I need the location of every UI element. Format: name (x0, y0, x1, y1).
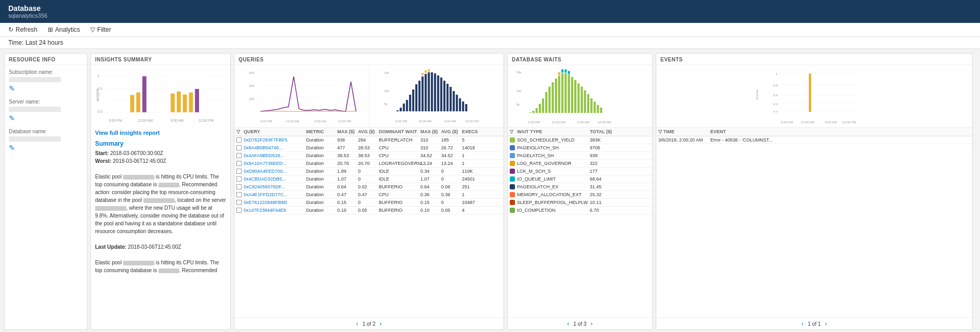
events-pagination: ‹ 1 of 1 › (656, 317, 972, 329)
query-checkbox[interactable] (236, 184, 242, 189)
query-row[interactable]: 0x4AFA9BDD526... Duration 38.53 38.53 CP… (234, 152, 504, 160)
svg-text:12:00 PM: 12:00 PM (198, 119, 214, 122)
wait-icon (510, 184, 515, 189)
query-id: 0xE761222848FB8D (244, 200, 306, 205)
view-full-insights-link[interactable]: View full insights report (91, 127, 230, 138)
query-avg: 0.05 (358, 208, 379, 213)
svg-rect-40 (406, 100, 408, 111)
wait-type: PAGEIOLATCH_SH (517, 145, 590, 150)
query-wait-max: 0.34 (420, 169, 441, 174)
wait-row[interactable]: PAGELATCH_SH 939 (508, 152, 652, 160)
event-description: Error - 40536 - 'COLUMNST... (710, 137, 970, 143)
queries-next-btn[interactable]: › (380, 320, 382, 327)
query-max: 477 (337, 145, 358, 150)
events-page-info: 1 of 1 (807, 321, 820, 327)
svg-rect-92 (597, 105, 599, 113)
wait-type: IO_COMPLETION (517, 208, 590, 213)
wait-total: 10.11 (590, 200, 621, 205)
wait-type: LOG_RATE_GOVERNOR (517, 161, 590, 166)
query-row[interactable]: 0xC824056576DF... Duration 0.64 0.02 BUF… (234, 183, 504, 191)
query-wait-avg: 26.72 (441, 145, 462, 150)
svg-rect-72 (532, 111, 534, 113)
svg-text:2: 2 (97, 74, 99, 78)
query-col-header: QUERY (244, 129, 306, 134)
svg-rect-91 (593, 101, 595, 113)
wait-row[interactable]: LCK_M_SCH_S 177 (508, 168, 652, 175)
events-table: ▽ TIME EVENT 3/6/2018, 2:00:20 AM Error … (656, 127, 972, 317)
query-checkbox[interactable] (236, 208, 242, 213)
svg-text:12:00 PM: 12:00 PM (598, 120, 611, 124)
query-row[interactable]: 0xD762F283F7FBF5 Duration 936 284 BUFFER… (234, 136, 504, 144)
server-edit-icon[interactable]: ✎ (9, 114, 15, 122)
wait-row[interactable]: PAGEIOLATCH_SH 9706 (508, 144, 652, 152)
query-execs: 110K (462, 169, 483, 174)
query-checkbox[interactable] (236, 153, 242, 158)
query-checkbox[interactable] (236, 145, 242, 150)
database-edit-icon[interactable]: ✎ (9, 144, 15, 152)
query-wait-max: 310 (420, 137, 441, 143)
query-checkbox[interactable] (236, 192, 242, 197)
wait-row[interactable]: IO_COMPLETION 6.70 (508, 207, 652, 214)
waits-next-btn[interactable]: › (591, 320, 593, 327)
query-metric: Duration (306, 145, 337, 150)
app-subtitle: sqlanalytics356 (8, 12, 972, 19)
event-row[interactable]: 3/6/2018, 2:00:20 AM Error - 40536 - 'CO… (656, 136, 972, 144)
analytics-button[interactable]: ⊞ Analytics (48, 26, 80, 33)
wait-row[interactable]: SLEEP_BUFFERPOOL_HELPLW 10.11 (508, 199, 652, 207)
svg-rect-71 (529, 112, 531, 113)
query-checkbox[interactable] (236, 137, 242, 143)
svg-rect-88 (584, 91, 586, 113)
wait-row[interactable]: PAGEIOLATCH_EX 31.45 (508, 183, 652, 191)
wait-total: 9706 (590, 145, 621, 150)
svg-rect-11 (170, 94, 175, 112)
database-field: Database name: ✎ (5, 124, 87, 154)
wait-icon (510, 200, 515, 205)
wait-row[interactable]: IO_QUEUE_LIMIT 68.64 (508, 175, 652, 183)
waits-prev-btn[interactable]: ‹ (567, 320, 569, 327)
events-prev-btn[interactable]: ‹ (801, 320, 803, 327)
query-row[interactable]: 0x147F23844F44E8 Duration 0.10 0.05 BUFF… (234, 207, 504, 214)
waits-filter-icon: ▽ (510, 129, 517, 134)
query-checkbox[interactable] (236, 169, 242, 174)
wait-row[interactable]: SOS_SCHEDULER_YIELD 383K (508, 136, 652, 144)
svg-rect-50 (437, 75, 439, 111)
svg-rect-52 (443, 81, 445, 111)
query-wait-avg: 13.24 (441, 161, 462, 166)
svg-text:600: 600 (249, 71, 255, 74)
svg-rect-45 (421, 76, 423, 111)
query-row[interactable]: 0x4CBDAD32DB5... Duration 1.07 0 IDLE 1.… (234, 175, 504, 183)
wait-total: 383K (590, 137, 621, 143)
query-checkbox[interactable] (236, 200, 242, 205)
query-row[interactable]: 0xD904A4FED700... Duration 1.89 0 IDLE 0… (234, 168, 504, 175)
query-metric: Duration (306, 176, 337, 182)
query-metric: Duration (306, 153, 337, 158)
analytics-icon: ⊞ (48, 26, 53, 33)
svg-text:10k: 10k (516, 89, 522, 93)
svg-rect-96 (568, 71, 570, 74)
queries-prev-btn[interactable]: ‹ (356, 320, 358, 327)
query-checkbox[interactable] (236, 176, 242, 182)
svg-rect-55 (453, 91, 455, 111)
query-wait-max: 1.07 (420, 176, 441, 182)
events-next-btn[interactable]: › (825, 320, 827, 327)
query-execs: 14018 (462, 145, 483, 150)
query-wait-avg: 0 (441, 176, 462, 182)
query-checkbox[interactable] (236, 161, 242, 166)
svg-rect-74 (539, 104, 541, 113)
filter-button[interactable]: ▽ Filter (90, 26, 111, 33)
query-row[interactable]: 0x9A10A7736EED... Duration 20.70 20.70 L… (234, 160, 504, 168)
query-row[interactable]: 0xE761222848FB8D Duration 0.15 0 BUFFERI… (234, 199, 504, 207)
query-wait-avg: 0 (441, 200, 462, 205)
refresh-button[interactable]: ↻ Refresh (8, 26, 37, 33)
query-row[interactable]: 0xA4E1FFD2D77C... Duration 0.47 0.47 CPU… (234, 191, 504, 199)
query-dominant-wait: BUFFERIO (379, 208, 420, 213)
server-label: Server name: (9, 99, 83, 105)
query-row[interactable]: 0x8A4B0B04746... Duration 477 28.53 CPU … (234, 144, 504, 152)
subscription-edit-icon[interactable]: ✎ (9, 84, 15, 93)
query-execs: 4 (462, 208, 483, 213)
wait-row[interactable]: MEMORY_ALLOCATION_EXT 25.32 (508, 191, 652, 199)
waits-rows: SOS_SCHEDULER_YIELD 383K PAGEIOLATCH_SH … (508, 136, 652, 214)
wait-row[interactable]: LOG_RATE_GOVERNOR 322 (508, 160, 652, 168)
metric-col-header: METRIC (306, 129, 337, 134)
svg-rect-84 (571, 77, 573, 113)
